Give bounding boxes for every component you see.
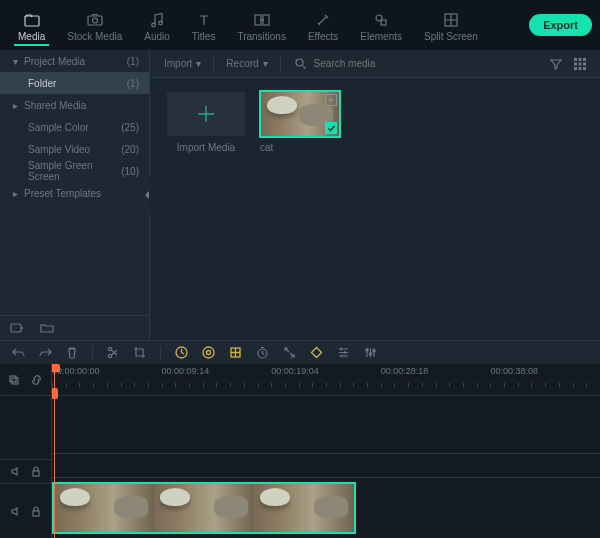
playhead[interactable] — [54, 364, 55, 538]
grid-view-icon[interactable] — [574, 58, 586, 70]
media-content: Import ▾ Record ▾ Impo — [150, 50, 600, 340]
svg-point-30 — [373, 350, 375, 352]
tab-transitions[interactable]: Transitions — [227, 7, 296, 44]
svg-rect-0 — [25, 16, 39, 26]
tab-stock-media[interactable]: Stock Media — [57, 7, 132, 44]
record-button[interactable]: Record ▾ — [222, 56, 271, 71]
sidebar-item-project-media[interactable]: ▾ Project Media (1) — [0, 50, 149, 72]
ruler-time: 00:00:09:14 — [162, 366, 210, 376]
search-box[interactable] — [295, 57, 544, 70]
audio-mix-icon[interactable] — [364, 346, 377, 359]
svg-point-4 — [159, 21, 163, 25]
green-screen-icon[interactable] — [229, 346, 242, 359]
filter-icon[interactable] — [550, 58, 562, 70]
card-caption: cat — [260, 142, 340, 153]
sidebar-bottom — [0, 315, 149, 340]
sidebar-item-count: (25) — [121, 122, 139, 133]
tab-media[interactable]: Media — [8, 7, 55, 44]
tab-label: Stock Media — [67, 31, 122, 42]
import-thumb — [167, 92, 245, 136]
tab-audio[interactable]: Audio — [134, 7, 180, 44]
add-to-timeline-icon[interactable] — [325, 94, 337, 106]
expand-icon[interactable] — [283, 346, 296, 359]
track-row[interactable] — [52, 396, 600, 454]
new-bin-icon[interactable] — [10, 322, 24, 334]
sidebar-item-sample-color[interactable]: Sample Color (25) — [0, 116, 149, 138]
svg-point-29 — [369, 353, 371, 355]
svg-point-3 — [152, 23, 156, 27]
tab-titles[interactable]: Titles — [182, 7, 226, 44]
import-media-card[interactable]: Import Media — [166, 92, 246, 153]
tab-label: Transitions — [237, 31, 286, 42]
sidebar-item-count: (20) — [121, 144, 139, 155]
split-icon[interactable] — [107, 346, 119, 359]
adjust-icon[interactable] — [337, 346, 350, 359]
timeline: 00:00:00:00 00:00:09:14 00:00:19:04 00:0… — [0, 364, 600, 538]
track-row[interactable] — [52, 454, 600, 478]
chevron-down-icon: ▾ — [263, 58, 268, 69]
copy-icon[interactable] — [8, 374, 20, 386]
speed-icon[interactable] — [175, 346, 188, 359]
button-label: Record — [226, 58, 258, 69]
sidebar-item-sample-green[interactable]: Sample Green Screen (10) — [0, 160, 149, 182]
ruler-time: 00:00:38:08 — [490, 366, 538, 376]
mute-icon[interactable] — [10, 506, 21, 517]
sidebar-item-sample-video[interactable]: Sample Video (20) — [0, 138, 149, 160]
link-icon[interactable] — [30, 374, 43, 386]
lock-icon[interactable] — [31, 466, 41, 477]
duration-icon[interactable] — [256, 346, 269, 359]
svg-rect-16 — [579, 62, 582, 65]
new-folder-icon[interactable] — [40, 322, 54, 334]
sidebar-item-label: Sample Color — [28, 122, 89, 133]
import-button[interactable]: Import ▾ — [160, 56, 205, 71]
sidebar-item-shared-media[interactable]: ▸ Shared Media — [0, 94, 149, 116]
sidebar-item-label: Sample Green Screen — [28, 160, 121, 182]
folder-icon — [24, 11, 40, 29]
tab-label: Elements — [360, 31, 402, 42]
timeline-tracks[interactable]: 00:00:00:00 00:00:09:14 00:00:19:04 00:0… — [52, 364, 600, 538]
timeline-ruler[interactable]: 00:00:00:00 00:00:09:14 00:00:19:04 00:0… — [52, 364, 600, 396]
svg-rect-12 — [574, 58, 577, 61]
mute-icon[interactable] — [10, 466, 21, 477]
keyframe-icon[interactable] — [310, 346, 323, 359]
sidebar-item-label: Folder — [28, 78, 56, 89]
sidebar-item-count: (1) — [127, 56, 139, 67]
ruler-time: 00:00:19:04 — [271, 366, 319, 376]
video-clip-cat[interactable] — [54, 484, 354, 532]
split-screen-icon — [444, 11, 458, 29]
sidebar-item-label: Project Media — [24, 56, 85, 67]
sidebar: ▾ Project Media (1) Folder (1) ▸ Shared … — [0, 50, 150, 340]
export-button[interactable]: Export — [529, 14, 592, 36]
svg-rect-1 — [88, 16, 102, 25]
lock-icon[interactable] — [31, 506, 41, 517]
svg-point-28 — [366, 349, 368, 351]
delete-icon[interactable] — [66, 346, 78, 359]
collapse-handle[interactable] — [144, 176, 150, 214]
tab-split-screen[interactable]: Split Screen — [414, 7, 488, 44]
undo-icon[interactable] — [12, 346, 25, 359]
sidebar-item-folder[interactable]: Folder (1) — [0, 72, 149, 94]
music-icon — [150, 11, 164, 29]
tab-elements[interactable]: Elements — [350, 7, 412, 44]
search-input[interactable] — [312, 57, 544, 70]
card-caption: Import Media — [177, 142, 235, 153]
svg-point-11 — [296, 59, 303, 66]
redo-icon[interactable] — [39, 346, 52, 359]
track-label-audio[interactable] — [0, 459, 51, 483]
sidebar-item-preset-templates[interactable]: ▸ Preset Templates — [0, 182, 149, 204]
tab-label: Titles — [192, 31, 216, 42]
track-label-video[interactable] — [0, 483, 51, 538]
ruler-time: 00:00:28:18 — [381, 366, 429, 376]
svg-rect-13 — [579, 58, 582, 61]
tab-effects[interactable]: Effects — [298, 7, 348, 44]
sidebar-item-count: (1) — [127, 78, 139, 89]
media-card-cat[interactable]: cat — [260, 92, 340, 153]
chevron-down-icon: ▾ — [10, 56, 20, 67]
sidebar-item-label: Preset Templates — [24, 188, 101, 199]
plus-icon — [195, 103, 217, 125]
svg-point-22 — [108, 354, 111, 357]
crop-icon[interactable] — [133, 346, 146, 359]
svg-rect-18 — [574, 67, 577, 70]
svg-rect-15 — [574, 62, 577, 65]
color-icon[interactable] — [202, 346, 215, 359]
